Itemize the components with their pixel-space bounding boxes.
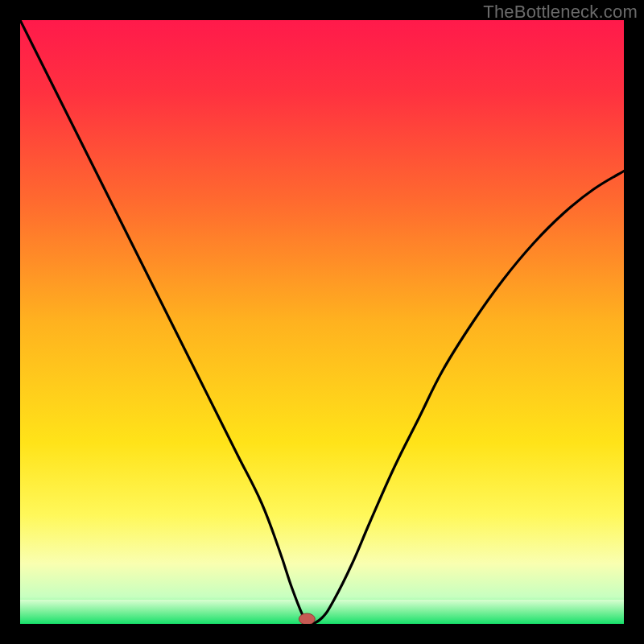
chart-svg xyxy=(20,20,624,624)
outer-frame: TheBottleneck.com xyxy=(0,0,644,644)
gradient-background xyxy=(20,20,624,624)
trough-marker xyxy=(299,613,315,624)
plot-area xyxy=(20,20,624,624)
green-band xyxy=(20,600,624,624)
